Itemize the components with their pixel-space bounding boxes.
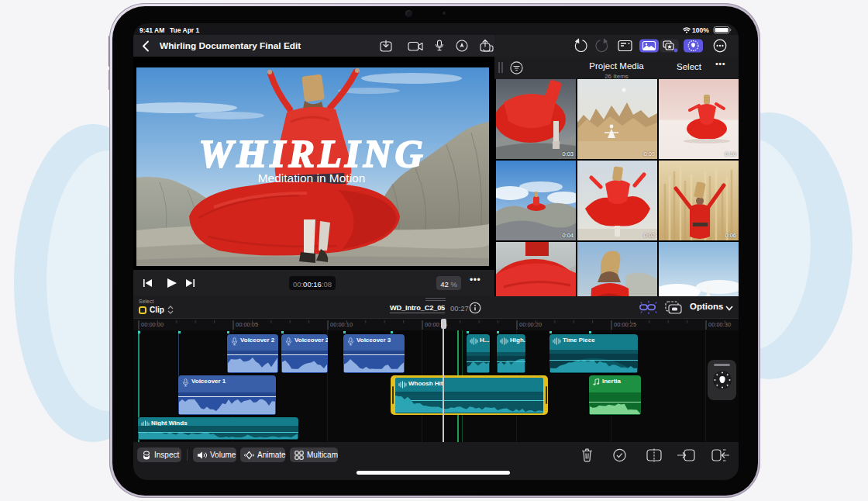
svg-text:100%: 100% bbox=[692, 26, 709, 34]
svg-text:Meditation in Motion: Meditation in Motion bbox=[258, 171, 366, 185]
svg-text:WHIRLING: WHIRLING bbox=[199, 132, 423, 175]
